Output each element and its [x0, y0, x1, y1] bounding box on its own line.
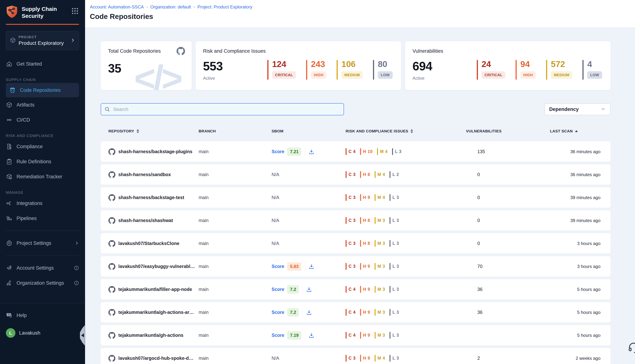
repo-cell[interactable]: lavakush07/easybuggy-vulnerable-app... — [101, 263, 199, 270]
severity-count: 4 — [587, 60, 602, 68]
column-header-branch[interactable]: BRANCH — [199, 129, 272, 133]
download-sbom-icon[interactable] — [309, 332, 314, 338]
sidebar: Supply Chain Security PROJECT Product Ex… — [0, 0, 85, 364]
repo-cell[interactable]: shash-harness/sandbox — [101, 171, 199, 178]
search-input[interactable] — [101, 103, 344, 115]
sidebar-item-compliance[interactable]: Compliance — [0, 139, 85, 154]
breadcrumb-account-link[interactable]: Account: Automation-SSCA — [90, 4, 144, 10]
breadcrumb-separator: › — [194, 4, 195, 9]
vulnerabilities-cell: 0 — [466, 218, 540, 223]
supply-chain-security-logo-icon — [6, 5, 18, 19]
table-row[interactable]: lavakush07/argocd-hub-spoke-demo main Sc… — [101, 348, 610, 364]
repo-cell[interactable]: shash-harness/shashwat — [101, 217, 199, 224]
info-icon[interactable] — [74, 266, 79, 270]
collapse-left-icon — [81, 333, 84, 337]
download-sbom-icon[interactable] — [309, 264, 314, 270]
section-label-risk-compliance: RISK AND COMPLIANCE — [0, 134, 85, 138]
branch-cell: main — [199, 287, 272, 292]
sort-asc-icon[interactable] — [575, 130, 578, 132]
high-count: H 8 — [360, 240, 370, 247]
code-repository-icon — [9, 87, 16, 94]
risk-issues-cell: C 3 H 9 M 4 L 3 — [346, 355, 466, 362]
support-headset-icon[interactable] — [626, 341, 635, 356]
app-switcher-icon[interactable] — [71, 7, 79, 16]
repo-cell[interactable]: tejakummarikuntla/gh-actions-artifacts — [101, 309, 199, 316]
box-wrench-icon — [6, 173, 13, 180]
sidebar-item-project-settings[interactable]: Project Settings — [0, 236, 85, 251]
low-count: L 2 — [389, 171, 399, 178]
column-header-risk-issues[interactable]: RISK AND COMPLIANCE ISSUES — [346, 129, 466, 133]
app-title: Supply Chain Security — [22, 5, 71, 20]
sbom-score-value: 7.19 — [287, 331, 301, 340]
sort-icon[interactable] — [137, 129, 139, 133]
sidebar-item-integrations[interactable]: Integrations — [0, 196, 85, 211]
column-header-last-scan[interactable]: LAST SCAN — [540, 129, 610, 133]
info-icon[interactable] — [74, 280, 79, 286]
dependency-filter-dropdown[interactable]: Dependency — [544, 104, 610, 115]
repo-cell[interactable]: shash-harness/backstage-plugins — [101, 148, 199, 155]
repo-cell[interactable]: tejakummarikuntla/gh-actions — [101, 332, 199, 339]
code-brackets-watermark: </> — [134, 57, 181, 90]
table-row[interactable]: shash-harness/backstage-plugins main Sco… — [101, 142, 610, 162]
user-menu[interactable]: L Lavakush — [0, 326, 85, 340]
branch-cell: main — [199, 149, 272, 154]
sidebar-item-rule-definitions[interactable]: Rule Definitions — [0, 154, 85, 169]
breadcrumb-project-link[interactable]: Project: Product Exploratory — [198, 4, 252, 10]
severity-badge: CRITICAL — [272, 71, 296, 79]
summary-cards: Total Code Repositories 35 </> Risk and … — [101, 41, 610, 90]
table-row[interactable]: tejakummarikuntla/gh-actions main Score … — [101, 325, 610, 346]
table-row[interactable]: tejakummarikuntla/gh-actions-artifacts m… — [101, 302, 610, 322]
sidebar-item-pipelines[interactable]: Pipelines — [0, 211, 85, 226]
vulnerabilities-cell: 2 — [466, 356, 540, 361]
repo-cell[interactable]: lavakush07/argocd-hub-spoke-demo — [101, 355, 199, 362]
severity-stat: 80 LOW — [373, 60, 392, 80]
severity-bar — [306, 60, 307, 80]
low-count: L 3 — [389, 263, 399, 270]
vulnerabilities-cell: 36 — [466, 287, 540, 292]
breadcrumb-organization-link[interactable]: Organization: default — [150, 4, 191, 10]
table-row[interactable]: lavakush07/StarbucksClone main Score N/A — [101, 233, 610, 254]
sbom-score-label: Score — [272, 149, 284, 154]
sbom-cell: Score 7.2 N/A — [272, 308, 346, 317]
risk-issues-cell: C 3 H 8 M 3 L 3 — [346, 217, 466, 224]
sidebar-item-get-started[interactable]: Get Started — [0, 56, 85, 72]
sbom-score-label: Score — [272, 332, 284, 338]
vulnerabilities-cell: 0 — [466, 195, 540, 200]
repo-name: shash-harness/backstage-test — [118, 195, 188, 200]
table-row[interactable]: lavakush07/easybuggy-vulnerable-app... m… — [101, 256, 610, 276]
severity-badge: LOW — [587, 71, 602, 79]
divider — [303, 308, 303, 317]
repo-cell[interactable]: lavakush07/StarbucksClone — [101, 240, 199, 247]
sidebar-item-code-repositories[interactable]: Code Repositories — [6, 83, 79, 97]
download-sbom-icon[interactable] — [309, 149, 314, 155]
sidebar-item-artifacts[interactable]: Artifacts — [0, 97, 85, 112]
sort-icon[interactable] — [410, 129, 413, 133]
severity-stat: 106 MEDIUM — [337, 60, 363, 80]
project-selector[interactable]: PROJECT Product Exploratory — [6, 31, 79, 50]
sbom-na-label: N/A — [272, 172, 279, 177]
table-row[interactable]: shash-harness/backstage-test main Score … — [101, 187, 610, 208]
table-row[interactable]: tejakummarikuntla/filler-app-node main S… — [101, 279, 610, 300]
download-sbom-icon[interactable] — [306, 310, 312, 315]
sbom-na-label: N/A — [272, 241, 279, 246]
sidebar-item-remediation-tracker[interactable]: Remediation Tracker — [0, 169, 85, 184]
sbom-score-value: 7.21 — [287, 148, 301, 156]
column-header-vulnerabilities[interactable]: VULNERABILITIES — [466, 129, 540, 133]
column-header-sbom[interactable]: SBOM — [272, 129, 346, 133]
repo-cell[interactable]: shash-harness/backstage-test — [101, 194, 199, 201]
critical-count: C 4 — [346, 148, 356, 155]
sidebar-item-label: Help — [17, 312, 27, 318]
github-icon — [108, 171, 115, 178]
sidebar-item-cicd[interactable]: CI/CD — [0, 112, 85, 128]
severity-badge: MEDIUM — [341, 71, 363, 79]
vuln-severity-breakdown: 24 CRITICAL 94 HIGH — [477, 60, 602, 80]
sidebar-item-account-settings[interactable]: Account Settings — [0, 260, 85, 276]
column-header-repository[interactable]: REPOSITORY — [101, 129, 199, 133]
repo-cell[interactable]: tejakummarikuntla/filler-app-node — [101, 286, 199, 293]
sidebar-item-help[interactable]: ? Help — [0, 308, 85, 323]
download-sbom-icon[interactable] — [306, 286, 312, 292]
table-row[interactable]: shash-harness/shashwat main Score N/A — [101, 210, 610, 231]
table-row[interactable]: shash-harness/sandbox main Score N/A — [101, 164, 610, 185]
branch-cell: main — [199, 218, 272, 223]
sidebar-item-organization-settings[interactable]: Organization Settings — [0, 276, 85, 290]
